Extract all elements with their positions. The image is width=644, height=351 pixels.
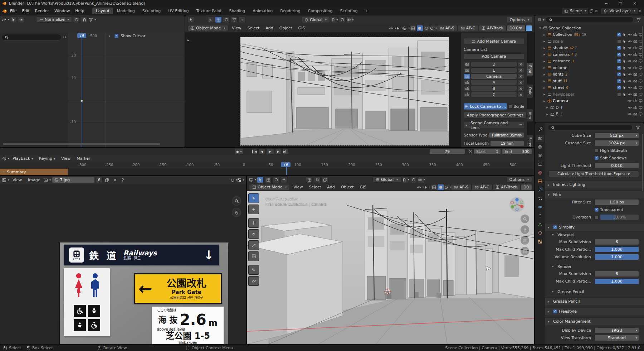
render-visibility-icon[interactable] xyxy=(633,59,637,63)
select-box-icon[interactable] xyxy=(215,16,222,23)
exclude-checkbox[interactable] xyxy=(617,72,621,76)
section-grease-pencil[interactable]: ▸Grease Pencil xyxy=(545,297,644,305)
pan-hand-icon[interactable] xyxy=(232,208,241,217)
tool-transform[interactable] xyxy=(248,251,259,261)
high-bitdepth-checkbox[interactable] xyxy=(595,149,599,153)
vp2-shading-solid-icon[interactable] xyxy=(437,184,444,191)
start-frame-field[interactable]: Start1 xyxy=(474,149,501,154)
tab-world[interactable] xyxy=(536,169,544,176)
tool-annotate[interactable]: ✎ xyxy=(248,265,259,275)
vp2-snapping-magnet-icon[interactable] xyxy=(402,177,409,183)
outliner-display-mode-dropdown[interactable] xyxy=(537,16,544,23)
section-indirect-lighting[interactable]: ▸Indirect Lighting xyxy=(545,181,644,188)
sensor-type-dropdown[interactable]: Fullframe 35mm xyxy=(489,132,524,138)
af-s-button[interactable]: AF-S xyxy=(437,25,458,31)
delete-scene-icon[interactable]: × xyxy=(595,9,598,13)
workspace-tab-layout[interactable]: Layout xyxy=(92,8,113,14)
vp2-mode-dropdown[interactable]: Object Mode xyxy=(249,184,290,190)
menu-gis[interactable]: GIS xyxy=(296,25,307,31)
object-visibility-dropdown[interactable] xyxy=(389,25,396,32)
timeline-ruler[interactable]: -300 -250 -200 -150 -100 -50 0 50 100 15… xyxy=(0,162,534,169)
outliner-row[interactable]: ▸newspaper xyxy=(535,91,644,98)
vp2-transform-orientation-dropdown[interactable]: Global xyxy=(372,177,401,183)
lock-camera-button[interactable]: Lock Camera to ... xyxy=(464,103,507,110)
selectable-icon[interactable] xyxy=(623,92,626,96)
delete-camera-icon[interactable]: × xyxy=(517,92,524,97)
vp2-focus-distance-field[interactable]: 10 xyxy=(521,184,532,190)
camera-item-button[interactable]: B xyxy=(471,86,517,91)
viewport-visibility-icon[interactable] xyxy=(639,106,643,110)
unlink-image-icon[interactable]: × xyxy=(112,177,118,183)
cursor-tool-icon[interactable]: + xyxy=(239,16,245,23)
tab-modifiers[interactable] xyxy=(536,186,544,193)
hide-icon[interactable] xyxy=(628,99,632,103)
next-keyframe-button[interactable]: ▶ xyxy=(275,149,282,154)
playhead-line[interactable] xyxy=(82,33,82,147)
tool-move[interactable]: ✛ xyxy=(248,218,259,228)
image-shading-dropdown[interactable] xyxy=(237,177,244,183)
tab-screen[interactable]: Scree xyxy=(527,135,533,147)
camera-item-icon[interactable] xyxy=(464,92,470,97)
subsection-render[interactable]: ▾Render xyxy=(545,263,644,270)
minimize-button[interactable]: ─ xyxy=(599,0,613,7)
zoom-icon[interactable] xyxy=(232,196,241,206)
viewport-visibility-icon[interactable] xyxy=(639,112,643,116)
selectable-icon[interactable] xyxy=(623,79,626,83)
menu-view-image[interactable]: View xyxy=(10,177,24,183)
render-visibility-icon[interactable] xyxy=(633,106,637,110)
vp2-select-lasso-icon[interactable] xyxy=(273,177,279,183)
light-threshold-field[interactable]: 0.010 xyxy=(595,163,639,169)
outliner-row[interactable]: ▸shadow427 xyxy=(535,45,644,52)
show-cursor-checkbox[interactable] xyxy=(114,34,118,38)
summary-channel[interactable]: ◦Summary xyxy=(0,169,68,175)
simplify-checkbox[interactable] xyxy=(553,225,557,229)
vp2-display-icon-2[interactable] xyxy=(314,177,321,183)
viewport-zoom-icon[interactable] xyxy=(521,215,529,223)
workspace-tab-compositing[interactable]: Compositing xyxy=(304,8,336,14)
tab-physics[interactable] xyxy=(536,203,544,211)
vp2-gizmo-dropdown[interactable] xyxy=(424,184,430,191)
view-layer-selector[interactable]: View Layer xyxy=(601,8,637,14)
tweak-tool-icon[interactable]: ▷ xyxy=(207,16,214,23)
view-transform-dropdown[interactable]: Standard xyxy=(595,335,639,341)
vp2-display-icon-1[interactable] xyxy=(306,177,313,183)
dof-preview-icon[interactable] xyxy=(526,25,532,32)
max-subdivision-field[interactable]: 6 xyxy=(595,239,639,245)
active-tool-icon[interactable] xyxy=(187,16,194,23)
select-circle-icon[interactable] xyxy=(223,16,230,23)
viewport-visibility-icon[interactable] xyxy=(639,86,643,90)
hide-icon[interactable] xyxy=(628,79,632,83)
vp2-object-visibility-dropdown[interactable] xyxy=(417,184,424,191)
editor-type-dropdown[interactable] xyxy=(2,16,9,23)
render-visibility-icon[interactable] xyxy=(633,112,637,116)
apply-photographer-settings-button[interactable]: Apply Photographer Settings xyxy=(464,112,527,118)
vp2-menu-select[interactable]: Select xyxy=(306,184,323,190)
timeline-playhead-tag[interactable]: 79 xyxy=(281,162,291,167)
menu-help[interactable]: Help xyxy=(73,8,87,14)
outliner-row[interactable]: ▸E xyxy=(535,111,644,118)
properties-scrollbar[interactable] xyxy=(642,134,643,191)
panel-menu-icon[interactable]: ≡ xyxy=(519,123,522,128)
selectable-icon[interactable] xyxy=(623,86,626,90)
vp2-select-box-icon[interactable] xyxy=(257,177,264,183)
viewport-visibility-icon[interactable] xyxy=(639,92,643,96)
channel-search-input[interactable] xyxy=(1,34,62,40)
selectable-icon[interactable] xyxy=(623,33,626,37)
tab-object-data[interactable] xyxy=(536,221,544,228)
exclude-checkbox[interactable] xyxy=(617,86,621,90)
menu-add[interactable]: Add xyxy=(263,25,275,31)
image-browse-dropdown[interactable] xyxy=(44,177,51,183)
camera-item-icon-active[interactable] xyxy=(464,73,470,79)
delete-camera-icon[interactable]: × xyxy=(517,67,524,73)
outliner-search-input[interactable] xyxy=(546,16,634,23)
calc-light-threshold-button[interactable]: Calculate Light Threshold from Exposure xyxy=(548,170,639,177)
graph-plot-area[interactable]: ↔ 79 500 ▸ Show Cursor 20 10 -10 xyxy=(0,33,185,147)
jump-to-start-button[interactable]: ▎◀ xyxy=(252,149,258,154)
shading-wireframe-icon[interactable] xyxy=(410,25,416,32)
hide-icon[interactable] xyxy=(628,66,632,70)
outliner-scrollbar[interactable] xyxy=(642,26,643,58)
tool-cursor[interactable]: + xyxy=(248,205,259,214)
hide-icon[interactable] xyxy=(628,39,632,43)
render-visibility-icon[interactable] xyxy=(633,66,637,70)
hide-icon[interactable] xyxy=(628,59,632,63)
